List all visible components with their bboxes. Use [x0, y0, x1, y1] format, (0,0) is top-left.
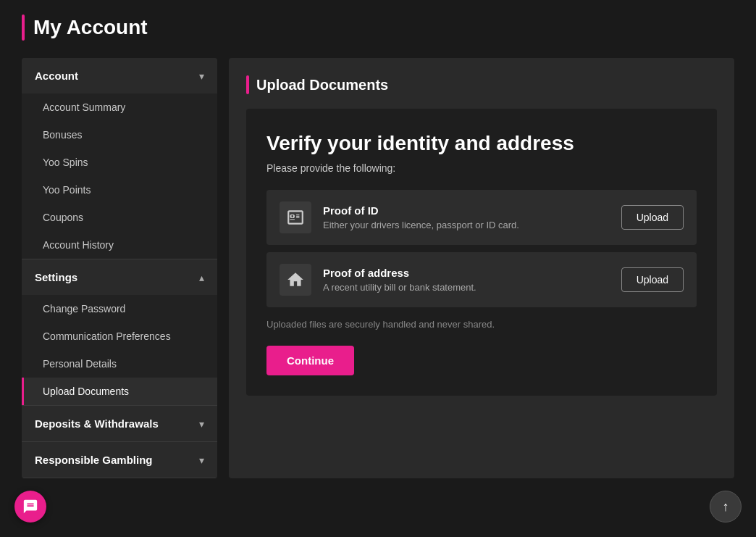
sidebar-deposits-chevron: ▾ — [199, 418, 204, 430]
page-title-row: My Account — [22, 14, 734, 41]
sidebar-section-settings: Settings ▴ Change Password Communication… — [22, 259, 217, 406]
sidebar-item-upload-documents[interactable]: Upload Documents — [22, 378, 217, 405]
proof-id-info: Proof of ID Either your drivers licence,… — [323, 204, 610, 230]
upload-id-button[interactable]: Upload — [621, 205, 684, 230]
content-title: Upload Documents — [256, 77, 388, 93]
sidebar-item-account-summary[interactable]: Account Summary — [22, 93, 217, 121]
main-layout: Account ▾ Account Summary Bonuses Yoo Sp… — [22, 58, 734, 478]
scroll-top-icon: ↑ — [723, 499, 729, 515]
proof-address-name: Proof of address — [323, 267, 610, 279]
content-title-bar — [246, 75, 249, 94]
proof-address-desc: A recent utility bill or bank statement. — [323, 282, 610, 293]
sidebar: Account ▾ Account Summary Bonuses Yoo Sp… — [22, 58, 217, 478]
sidebar-item-personal-details[interactable]: Personal Details — [22, 350, 217, 378]
chat-icon — [22, 499, 38, 515]
chat-bubble[interactable] — [14, 491, 46, 523]
proof-address-icon — [280, 264, 311, 296]
house-icon — [286, 270, 305, 289]
sidebar-responsible-chevron: ▾ — [199, 454, 204, 466]
continue-button[interactable]: Continue — [266, 346, 354, 375]
page-container: My Account Account ▾ Account Summary Bon… — [0, 0, 756, 493]
page-title-bar — [22, 14, 25, 41]
sidebar-deposits-header[interactable]: Deposits & Withdrawals ▾ — [22, 406, 217, 441]
sidebar-account-chevron: ▾ — [199, 70, 204, 82]
upload-address-button[interactable]: Upload — [621, 267, 684, 292]
proof-address-info: Proof of address A recent utility bill o… — [323, 267, 610, 293]
sidebar-account-title: Account — [35, 70, 78, 82]
content-title-row: Upload Documents — [246, 75, 717, 94]
sidebar-section-responsible: Responsible Gambling ▾ — [22, 442, 217, 478]
upload-card: Verify your identity and address Please … — [246, 109, 717, 396]
sidebar-item-communication-prefs[interactable]: Communication Preferences — [22, 322, 217, 350]
sidebar-settings-items: Change Password Communication Preference… — [22, 295, 217, 405]
sidebar-account-header[interactable]: Account ▾ — [22, 58, 217, 93]
sidebar-settings-chevron: ▴ — [199, 272, 204, 283]
document-row-proof-address: Proof of address A recent utility bill o… — [266, 252, 697, 307]
verify-title: Verify your identity and address — [266, 132, 697, 155]
sidebar-item-account-history[interactable]: Account History — [22, 231, 217, 259]
verify-subtitle: Please provide the following: — [266, 162, 697, 174]
page-title: My Account — [33, 16, 148, 39]
proof-id-name: Proof of ID — [323, 204, 610, 217]
content-area: Upload Documents Verify your identity an… — [229, 58, 734, 478]
sidebar-item-yoo-points[interactable]: Yoo Points — [22, 176, 217, 204]
sidebar-responsible-header[interactable]: Responsible Gambling ▾ — [22, 442, 217, 478]
sidebar-settings-header[interactable]: Settings ▴ — [22, 259, 217, 295]
sidebar-section-account: Account ▾ Account Summary Bonuses Yoo Sp… — [22, 58, 217, 259]
sidebar-deposits-title: Deposits & Withdrawals — [35, 417, 159, 430]
sidebar-responsible-title: Responsible Gambling — [35, 454, 153, 466]
proof-id-desc: Either your drivers licence, passport or… — [323, 220, 610, 230]
security-note: Uploaded files are securely handled and … — [266, 319, 697, 330]
document-row-proof-id: Proof of ID Either your drivers licence,… — [266, 190, 697, 245]
proof-id-icon — [280, 201, 311, 233]
sidebar-settings-title: Settings — [35, 271, 77, 283]
scroll-top-button[interactable]: ↑ — [710, 491, 742, 523]
sidebar-item-yoo-spins[interactable]: Yoo Spins — [22, 149, 217, 176]
sidebar-item-bonuses[interactable]: Bonuses — [22, 121, 217, 149]
sidebar-section-deposits: Deposits & Withdrawals ▾ — [22, 406, 217, 442]
sidebar-account-items: Account Summary Bonuses Yoo Spins Yoo Po… — [22, 93, 217, 259]
sidebar-item-change-password[interactable]: Change Password — [22, 295, 217, 322]
id-card-icon — [286, 208, 305, 227]
sidebar-item-coupons[interactable]: Coupons — [22, 204, 217, 231]
